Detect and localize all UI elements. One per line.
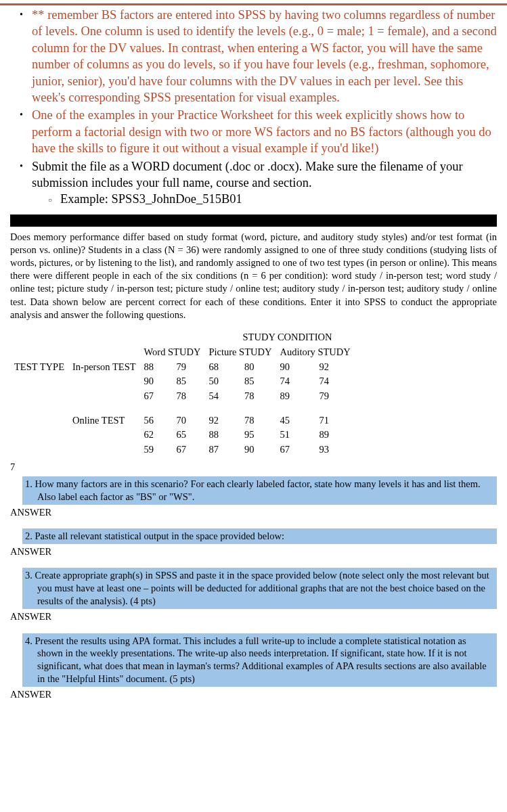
data-table: Word STUDY Picture STUDY Auditory STUDY … — [10, 345, 355, 457]
example-prefix: Example: — [60, 192, 112, 206]
cell: 74 — [315, 374, 355, 389]
cell: 67 — [140, 389, 173, 404]
cell: 78 — [240, 389, 276, 404]
col-word: Word STUDY — [140, 345, 205, 360]
bullet-item-2: One of the examples in your Practice Wor… — [25, 107, 497, 156]
cell: 80 — [240, 360, 276, 375]
cell: 92 — [315, 360, 355, 375]
cell: 45 — [275, 413, 315, 428]
inperson-label: In-person TEST — [68, 360, 140, 375]
answer-label-1: ANSWER — [10, 506, 497, 520]
cell: 89 — [275, 389, 315, 404]
cell: 70 — [172, 413, 204, 428]
cell: 79 — [172, 360, 204, 375]
col-auditory: Auditory STUDY — [275, 345, 354, 360]
table-row: 59 67 87 90 67 93 — [10, 443, 355, 457]
column-header-row: Word STUDY Picture STUDY Auditory STUDY — [10, 345, 355, 360]
cell: 67 — [275, 443, 315, 457]
question-1: 1. How many factors are in this scenario… — [22, 476, 497, 505]
scenario-prompt: Does memory performance differ based on … — [10, 231, 497, 321]
cell: 68 — [204, 360, 240, 375]
cell: 74 — [275, 374, 315, 389]
row-group-label: TEST TYPE — [10, 360, 68, 375]
cell: 90 — [275, 360, 315, 375]
answer-label-3: ANSWER — [10, 610, 497, 624]
cell: 56 — [140, 413, 173, 428]
cell: 71 — [315, 413, 355, 428]
bullet-3-text: Submit the file as a WORD document (.doc… — [32, 160, 463, 189]
table-row: 67 78 54 78 89 79 — [10, 389, 355, 404]
cell: 51 — [275, 428, 315, 443]
cell: 59 — [140, 443, 173, 457]
cell: 50 — [204, 374, 240, 389]
cell: 88 — [204, 428, 240, 443]
data-table-container: STUDY CONDITION Word STUDY Picture STUDY… — [10, 331, 497, 457]
page-number-seven: 7 — [10, 461, 497, 474]
cell: 78 — [240, 413, 276, 428]
cell: 54 — [204, 389, 240, 404]
sub-item-example: Example: SPSS3_JohnDoe_515B01 — [51, 191, 497, 207]
table-row: 90 85 50 85 74 74 — [10, 374, 355, 389]
bullet-item-3: Submit the file as a WORD document (.doc… — [25, 158, 497, 208]
cell: 62 — [140, 428, 173, 443]
cell: 88 — [140, 360, 173, 375]
cell: 65 — [172, 428, 204, 443]
question-4: 4. Present the results using APA format.… — [22, 633, 497, 687]
cell: 90 — [240, 443, 276, 457]
cell: 92 — [204, 413, 240, 428]
cell: 93 — [315, 443, 355, 457]
cell: 90 — [140, 374, 173, 389]
section-divider-bar — [10, 215, 497, 227]
online-label: Online TEST — [68, 413, 140, 428]
answer-label-2: ANSWER — [10, 545, 497, 559]
table-row: TEST TYPE In-person TEST 88 79 68 80 90 … — [10, 360, 355, 375]
cell: 85 — [240, 374, 276, 389]
answer-label-4: ANSWER — [10, 688, 497, 702]
cell: 78 — [172, 389, 204, 404]
table-row: 62 65 88 95 51 89 — [10, 428, 355, 443]
table-title: STUDY CONDITION — [78, 331, 497, 344]
cell: 67 — [172, 443, 204, 457]
sub-list: Example: SPSS3_JohnDoe_515B01 — [32, 191, 497, 207]
instruction-list: ** remember BS factors are entered into … — [10, 7, 497, 208]
col-picture: Picture STUDY — [204, 345, 275, 360]
table-row: Online TEST 56 70 92 78 45 71 — [10, 413, 355, 428]
table-spacer — [10, 404, 355, 413]
example-filename: SPSS3_JohnDoe_515B01 — [112, 192, 242, 206]
cell: 79 — [315, 389, 355, 404]
question-3: 3. Create appropriate graph(s) in SPSS a… — [22, 568, 497, 609]
cell: 95 — [240, 428, 276, 443]
bullet-item-1: ** remember BS factors are entered into … — [25, 7, 497, 106]
cell: 87 — [204, 443, 240, 457]
cell: 85 — [172, 374, 204, 389]
question-2: 2. Paste all relevant statistical output… — [22, 528, 497, 544]
page-top-rule — [0, 3, 507, 5]
cell: 89 — [315, 428, 355, 443]
